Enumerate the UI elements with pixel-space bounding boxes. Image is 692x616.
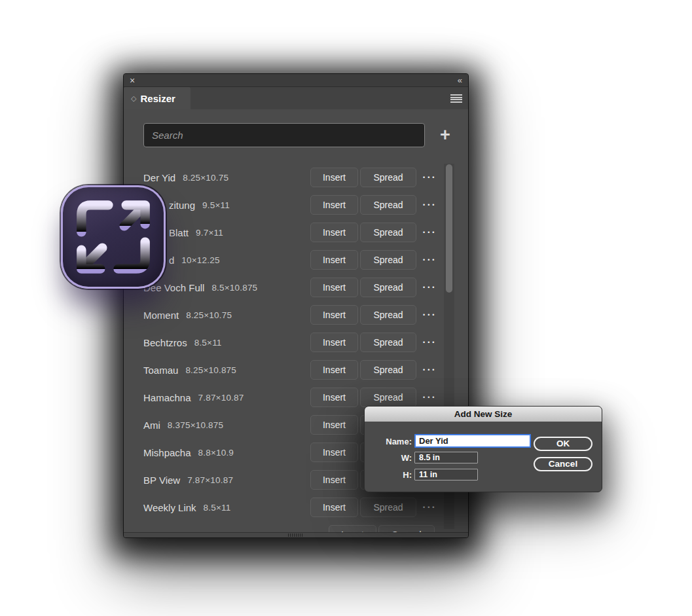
search-input[interactable] [143, 123, 425, 147]
list-item: d10×12.25InsertSpread••• [124, 246, 469, 274]
insert-button[interactable]: Insert [310, 415, 358, 435]
spread-button[interactable]: Spread [360, 360, 416, 380]
size-dimensions: 9.7×11 [196, 228, 223, 238]
insert-button[interactable]: Insert [310, 333, 358, 352]
size-name: Mishpacha [143, 447, 191, 458]
insert-button[interactable]: Insert [310, 278, 358, 297]
more-options-button[interactable]: ••• [420, 257, 435, 263]
size-dimensions: 8.8×10.9 [198, 448, 234, 458]
spread-button[interactable]: Spread [360, 223, 416, 242]
more-options-button[interactable]: ••• [420, 229, 435, 236]
size-dimensions: 8.5×10.875 [211, 283, 257, 293]
collapse-panel-icon[interactable]: « [458, 75, 462, 85]
size-dimensions: 7.87×10.87 [187, 475, 233, 485]
spread-button[interactable]: Spread [360, 195, 416, 215]
width-label: W: [365, 453, 412, 463]
size-dimensions: 8.25×10.875 [185, 365, 236, 375]
insert-button[interactable]: Insert [310, 305, 358, 325]
size-dimensions: 10×12.25 [181, 255, 219, 265]
size-name: Bechtzros [143, 337, 187, 348]
ok-button[interactable]: OK [534, 437, 592, 451]
size-name: Toamau [143, 365, 178, 376]
insert-button[interactable]: Insert [310, 360, 358, 380]
size-name: Weekly Link [143, 502, 196, 513]
tab-resizer[interactable]: ◇ Resizer [124, 87, 191, 109]
size-name: Hamachna [143, 392, 191, 403]
scrollbar-thumb[interactable] [446, 164, 452, 293]
insert-button[interactable]: Insert [310, 223, 358, 242]
insert-button[interactable]: Insert [310, 168, 358, 187]
size-name: Der Yid [143, 172, 175, 183]
size-name: Moment [143, 310, 179, 321]
resize-grip-icon[interactable] [288, 534, 304, 537]
insert-button[interactable]: Insert [310, 498, 358, 517]
panel-bottom-bar [124, 532, 468, 537]
height-label: H: [365, 470, 412, 480]
resizer-app-icon [61, 185, 166, 289]
width-field[interactable] [414, 452, 478, 463]
insert-button[interactable]: Insert [310, 195, 358, 215]
list-item: Weekly Link8.5×11InsertSpread••• [124, 494, 469, 521]
spread-button[interactable]: Spread [360, 168, 416, 187]
dialog-title: Add New Size [365, 407, 602, 422]
spread-button[interactable]: Spread [360, 278, 416, 297]
screenshot-canvas: × « ◇ Resizer + Der Yid8.25×10.75InsertS… [0, 0, 692, 616]
more-options-button[interactable]: ••• [420, 174, 435, 181]
more-options-button[interactable]: ••• [420, 504, 435, 511]
size-dimensions: 8.25×10.75 [183, 173, 228, 183]
spread-button[interactable]: Spread [360, 305, 416, 325]
cancel-button[interactable]: Cancel [534, 457, 592, 471]
more-options-button[interactable]: ••• [420, 312, 435, 318]
list-item: Toamau8.25×10.875InsertSpread••• [124, 356, 469, 384]
size-dimensions: 8.25×10.75 [186, 310, 232, 320]
panel-title: Resizer [140, 93, 175, 104]
list-item: zitung9.5×11InsertSpread••• [124, 191, 469, 219]
list-item: Blatt9.7×11InsertSpread••• [124, 219, 469, 246]
size-dimensions: 8.375×10.875 [168, 420, 223, 430]
name-label: Name: [365, 437, 412, 446]
panel-tabstrip: ◇ Resizer [124, 87, 468, 109]
size-dimensions: 7.87×10.87 [198, 393, 244, 403]
add-size-button[interactable]: + [435, 122, 455, 148]
size-dimensions: 8.5×11 [194, 338, 222, 348]
insert-button[interactable]: Insert [310, 443, 358, 462]
size-name: BP View [143, 475, 180, 486]
spread-button[interactable]: Spread [360, 333, 416, 352]
more-options-button[interactable]: ••• [420, 367, 435, 373]
list-item: Dee Voch Full8.5×10.875InsertSpread••• [124, 274, 469, 301]
panel-titlebar: × « [124, 74, 468, 87]
list-item: Der Yid8.25×10.75InsertSpread••• [124, 164, 469, 191]
name-field[interactable] [414, 434, 531, 448]
spread-button[interactable]: Spread [360, 498, 416, 517]
more-options-button[interactable]: ••• [420, 339, 435, 346]
spread-button[interactable]: Spread [360, 388, 416, 407]
panel-diamond-icon: ◇ [131, 94, 136, 103]
insert-button[interactable]: Insert [310, 388, 358, 407]
list-item: Bechtzros8.5×11InsertSpread••• [124, 329, 469, 356]
size-dimensions: 8.5×11 [204, 503, 231, 513]
height-field[interactable] [414, 469, 478, 480]
size-dimensions: 9.5×11 [202, 200, 230, 210]
add-new-size-dialog: Add New Size Name: W: H: OK Cancel [364, 406, 602, 492]
close-icon[interactable]: × [130, 76, 135, 85]
insert-button[interactable]: Insert [310, 250, 358, 270]
more-options-button[interactable]: ••• [420, 202, 435, 208]
size-name: Ami [143, 420, 160, 431]
spread-button[interactable]: Spread [360, 250, 416, 270]
expand-arrows-icon [63, 187, 164, 287]
panel-menu-icon[interactable] [450, 94, 462, 103]
list-item: Moment8.25×10.75InsertSpread••• [124, 301, 469, 329]
more-options-button[interactable]: ••• [420, 284, 435, 291]
insert-button[interactable]: Insert [310, 470, 358, 490]
more-options-button[interactable]: ••• [420, 394, 435, 401]
